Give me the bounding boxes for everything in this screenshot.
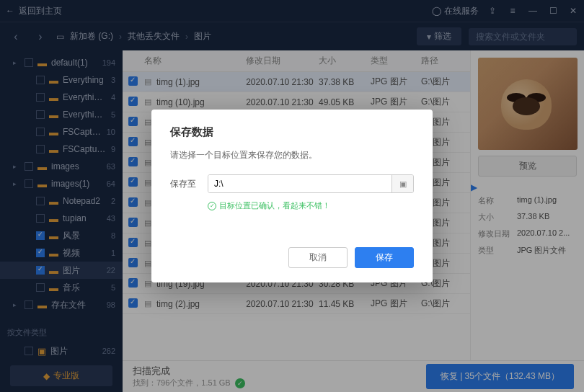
validation-message: ✓ 目标位置已确认，看起来不错！ (170, 200, 414, 211)
modal-overlay[interactable]: 保存数据 请选择一个目标位置来保存您的数据。 保存至 ▣ ✓ 目标位置已确认，看… (0, 0, 584, 392)
cancel-button[interactable]: 取消 (288, 247, 348, 268)
save-path-input[interactable] (208, 175, 391, 192)
save-to-label: 保存至 (170, 178, 200, 190)
app-window: ← 返回到主页 ◯ 在线服务 ⇪ ≡ — ☐ ✕ ‹ › ▭ 新加卷 (G:) … (0, 0, 584, 392)
folder-open-icon: ▣ (399, 179, 407, 189)
validation-text: 目标位置已确认，看起来不错！ (219, 200, 330, 211)
save-button[interactable]: 保存 (355, 247, 414, 268)
dialog-description: 请选择一个目标位置来保存您的数据。 (170, 149, 414, 161)
browse-button[interactable]: ▣ (391, 175, 413, 192)
path-input-group: ▣ (208, 174, 414, 193)
dialog-title: 保存数据 (170, 125, 414, 139)
check-icon: ✓ (208, 202, 216, 210)
save-dialog: 保存数据 请选择一个目标位置来保存您的数据。 保存至 ▣ ✓ 目标位置已确认，看… (151, 110, 433, 282)
